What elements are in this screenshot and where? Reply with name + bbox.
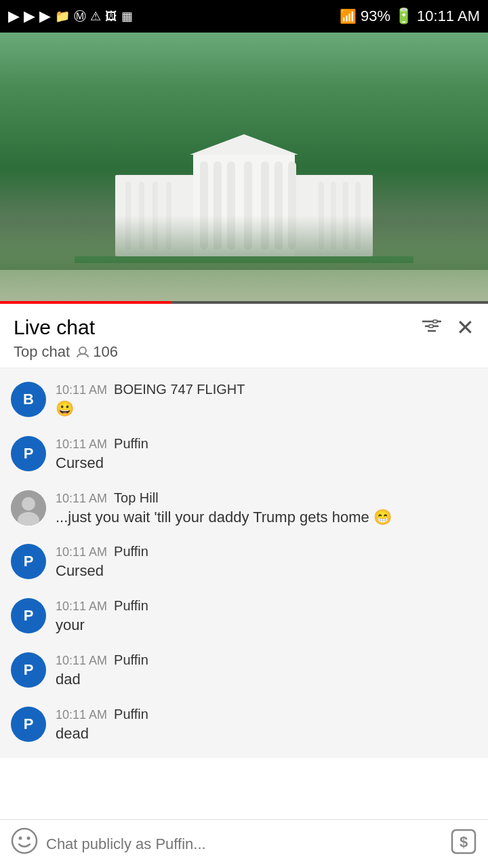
avatar bbox=[11, 490, 46, 526]
avatar: P bbox=[11, 707, 46, 742]
message-time: 10:11 AM bbox=[56, 545, 107, 559]
message-time: 10:11 AM bbox=[56, 708, 107, 722]
message-meta: 10:11 AM Puffin bbox=[56, 436, 477, 452]
app-icon-4: 📁 bbox=[55, 9, 70, 24]
viewer-icon bbox=[75, 346, 90, 358]
message-meta: 10:11 AM Puffin bbox=[56, 544, 477, 559]
message-content: 10:11 AM Top Hill ...just you wait 'till… bbox=[56, 490, 477, 528]
svg-point-30 bbox=[27, 837, 30, 840]
message-meta: 10:11 AM BOEING 747 FLIGHT bbox=[56, 382, 477, 397]
wifi-icon: 📶 bbox=[340, 8, 357, 24]
avatar: P bbox=[11, 652, 46, 688]
chat-messages: B 10:11 AM BOEING 747 FLIGHT 😀 P 10:11 A… bbox=[0, 368, 488, 758]
chat-header: Live chat ✕ Top chat bbox=[0, 304, 488, 368]
svg-rect-23 bbox=[429, 325, 433, 328]
message-author: Puffin bbox=[114, 544, 148, 559]
chat-message: P 10:11 AM Puffin dead bbox=[0, 698, 488, 753]
message-meta: 10:11 AM Puffin bbox=[56, 598, 477, 614]
filter-button[interactable] bbox=[421, 318, 443, 337]
svg-rect-22 bbox=[433, 320, 437, 323]
live-chat-title: Live chat bbox=[14, 316, 95, 339]
message-text: dead bbox=[56, 724, 477, 745]
svg-marker-9 bbox=[190, 134, 298, 155]
chat-subtitle: Top chat 106 bbox=[14, 343, 474, 361]
svg-point-28 bbox=[12, 829, 37, 853]
app-icon-1: ▶ bbox=[8, 7, 20, 25]
message-time: 10:11 AM bbox=[56, 654, 107, 668]
app-icon-5: Ⓜ bbox=[74, 8, 86, 24]
message-content: 10:11 AM Puffin dad bbox=[56, 652, 477, 690]
message-content: 10:11 AM Puffin dead bbox=[56, 707, 477, 745]
video-area[interactable] bbox=[0, 33, 488, 304]
close-button[interactable]: ✕ bbox=[456, 315, 474, 340]
svg-point-29 bbox=[19, 837, 22, 840]
message-text: Cursed bbox=[56, 453, 477, 474]
message-author: Puffin bbox=[114, 652, 148, 668]
video-progress-fill bbox=[0, 301, 171, 304]
super-chat-icon: $ bbox=[450, 828, 477, 855]
avatar: P bbox=[11, 598, 46, 633]
battery-icon: 🔋 bbox=[394, 7, 413, 25]
chat-input-area[interactable]: $ bbox=[0, 819, 488, 868]
message-content: 10:11 AM Puffin Cursed bbox=[56, 436, 477, 474]
battery-text: 93% bbox=[361, 7, 390, 25]
chat-message: P 10:11 AM Puffin your bbox=[0, 590, 488, 644]
chat-message: P 10:11 AM Puffin dad bbox=[0, 644, 488, 698]
message-text: 😀 bbox=[56, 399, 477, 420]
message-author: Puffin bbox=[114, 436, 148, 452]
status-bar: ▶ ▶ ▶ 📁 Ⓜ ⚠ 🖼 ▦ 📶 93% 🔋 10:11 AM bbox=[0, 0, 488, 33]
status-bar-left: ▶ ▶ ▶ 📁 Ⓜ ⚠ 🖼 ▦ bbox=[8, 7, 133, 25]
message-meta: 10:11 AM Puffin bbox=[56, 707, 477, 722]
message-text: ...just you wait 'till your daddy Trump … bbox=[56, 507, 477, 528]
super-chat-button[interactable]: $ bbox=[450, 828, 477, 860]
message-content: 10:11 AM Puffin your bbox=[56, 598, 477, 636]
header-icons: ✕ bbox=[421, 315, 474, 340]
message-author: Puffin bbox=[114, 598, 148, 614]
message-text: Cursed bbox=[56, 561, 477, 582]
message-author: Puffin bbox=[114, 707, 148, 722]
avatar: P bbox=[11, 544, 46, 579]
app-icon-7: 🖼 bbox=[105, 9, 117, 24]
message-time: 10:11 AM bbox=[56, 437, 107, 452]
filter-icon bbox=[421, 318, 443, 337]
chat-message: P 10:11 AM Puffin Cursed bbox=[0, 536, 488, 590]
chat-message: B 10:11 AM BOEING 747 FLIGHT 😀 bbox=[0, 374, 488, 428]
tree-overlay bbox=[0, 216, 488, 270]
clock: 10:11 AM bbox=[417, 7, 480, 25]
svg-point-26 bbox=[22, 497, 35, 511]
avatar: B bbox=[11, 382, 46, 417]
emoji-icon bbox=[11, 827, 38, 854]
viewer-count: 106 bbox=[75, 343, 118, 361]
message-text: dad bbox=[56, 669, 477, 690]
app-icon-2: ▶ bbox=[24, 7, 35, 25]
chat-header-top: Live chat ✕ bbox=[14, 315, 474, 340]
emoji-button[interactable] bbox=[11, 827, 38, 861]
chat-input[interactable] bbox=[46, 835, 442, 853]
message-time: 10:11 AM bbox=[56, 383, 107, 397]
message-author: BOEING 747 FLIGHT bbox=[114, 382, 245, 397]
message-meta: 10:11 AM Puffin bbox=[56, 652, 477, 668]
app-icon-8: ▦ bbox=[121, 9, 133, 24]
video-background bbox=[0, 33, 488, 304]
person-avatar-svg bbox=[11, 490, 46, 526]
chat-message: 10:11 AM Top Hill ...just you wait 'till… bbox=[0, 482, 488, 536]
avatar: P bbox=[11, 436, 46, 471]
message-time: 10:11 AM bbox=[56, 599, 107, 614]
top-chat-label: Top chat bbox=[14, 343, 70, 361]
status-bar-right: 📶 93% 🔋 10:11 AM bbox=[340, 7, 480, 25]
svg-point-24 bbox=[79, 347, 86, 354]
app-icon-3: ▶ bbox=[39, 7, 51, 25]
video-progress-bar[interactable] bbox=[0, 301, 488, 304]
chat-message: P 10:11 AM Puffin Cursed bbox=[0, 428, 488, 482]
main-content: Live chat ✕ Top chat bbox=[0, 33, 488, 807]
svg-text:$: $ bbox=[460, 833, 468, 850]
message-content: 10:11 AM BOEING 747 FLIGHT 😀 bbox=[56, 382, 477, 420]
viewer-count-text: 106 bbox=[93, 343, 118, 361]
app-icon-6: ⚠ bbox=[90, 9, 101, 24]
message-meta: 10:11 AM Top Hill bbox=[56, 490, 477, 506]
message-time: 10:11 AM bbox=[56, 492, 107, 506]
message-content: 10:11 AM Puffin Cursed bbox=[56, 544, 477, 582]
message-author: Top Hill bbox=[114, 490, 159, 506]
message-text: your bbox=[56, 615, 477, 636]
